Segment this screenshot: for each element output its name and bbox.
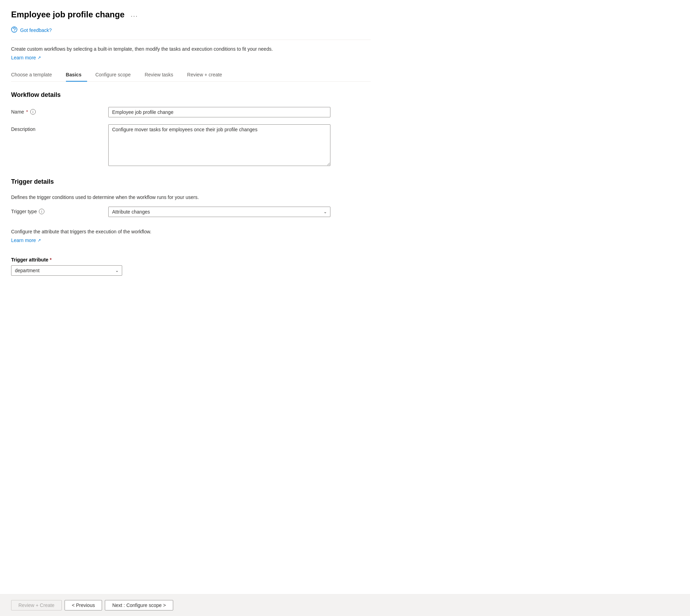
configure-attribute-text: Configure the attribute that triggers th…: [11, 228, 371, 235]
trigger-attribute-label: Trigger attribute *: [11, 257, 371, 263]
name-input[interactable]: [108, 107, 330, 117]
trigger-type-field: Attribute changes Group membership chang…: [108, 207, 330, 217]
tab-review-create[interactable]: Review + create: [187, 69, 228, 82]
tab-choose-template[interactable]: Choose a template: [11, 69, 58, 82]
description-text: Create custom workflows by selecting a b…: [11, 45, 371, 53]
ellipsis-button[interactable]: ...: [129, 10, 140, 19]
svg-point-1: [14, 31, 15, 32]
feedback-icon: [11, 26, 17, 34]
trigger-description: Defines the trigger conditions used to d…: [11, 194, 371, 201]
feedback-link[interactable]: Got feedback?: [20, 27, 52, 33]
feedback-row: Got feedback?: [11, 26, 371, 40]
review-create-button: Review + Create: [11, 600, 62, 610]
description-textarea[interactable]: Configure mover tasks for employees once…: [108, 124, 330, 166]
tab-configure-scope[interactable]: Configure scope: [95, 69, 136, 82]
learn-more-link-top[interactable]: Learn more ↗: [11, 55, 41, 60]
tab-review-tasks[interactable]: Review tasks: [145, 69, 179, 82]
trigger-details-title: Trigger details: [11, 178, 371, 185]
tabs-nav: Choose a template Basics Configure scope…: [11, 69, 371, 82]
name-info-icon[interactable]: i: [30, 109, 36, 115]
name-form-row: Name * i: [11, 107, 371, 117]
workflow-details-title: Workflow details: [11, 91, 371, 99]
description-label: Description: [11, 124, 108, 132]
learn-more-link-trigger[interactable]: Learn more ↗: [11, 238, 41, 243]
trigger-attribute-dropdown-wrapper: department jobTitle companyName employee…: [11, 265, 122, 276]
trigger-type-select-wrapper: Attribute changes Group membership chang…: [108, 207, 330, 217]
trigger-attribute-section: Configure the attribute that triggers th…: [11, 228, 371, 276]
trigger-type-label: Trigger type i: [11, 207, 108, 214]
page-title: Employee job profile change: [11, 10, 125, 19]
trigger-type-info-icon[interactable]: i: [39, 209, 44, 214]
page-title-row: Employee job profile change ...: [11, 10, 371, 19]
name-label: Name * i: [11, 107, 108, 115]
description-field: Configure mover tasks for employees once…: [108, 124, 330, 167]
name-field: [108, 107, 330, 117]
trigger-attribute-select[interactable]: department jobTitle companyName employee…: [11, 265, 122, 276]
trigger-type-form-row: Trigger type i Attribute changes Group m…: [11, 207, 371, 217]
trigger-type-select[interactable]: Attribute changes Group membership chang…: [108, 207, 330, 217]
external-link-icon-trigger: ↗: [37, 238, 41, 243]
footer-bar: Review + Create < Previous Next : Config…: [0, 594, 690, 616]
name-required-star: *: [26, 109, 28, 115]
next-button[interactable]: Next : Configure scope >: [105, 600, 173, 610]
trigger-attribute-required-star: *: [50, 257, 51, 263]
external-link-icon: ↗: [37, 55, 41, 60]
previous-button[interactable]: < Previous: [65, 600, 102, 610]
description-form-row: Description Configure mover tasks for em…: [11, 124, 371, 167]
tab-basics[interactable]: Basics: [66, 69, 87, 82]
